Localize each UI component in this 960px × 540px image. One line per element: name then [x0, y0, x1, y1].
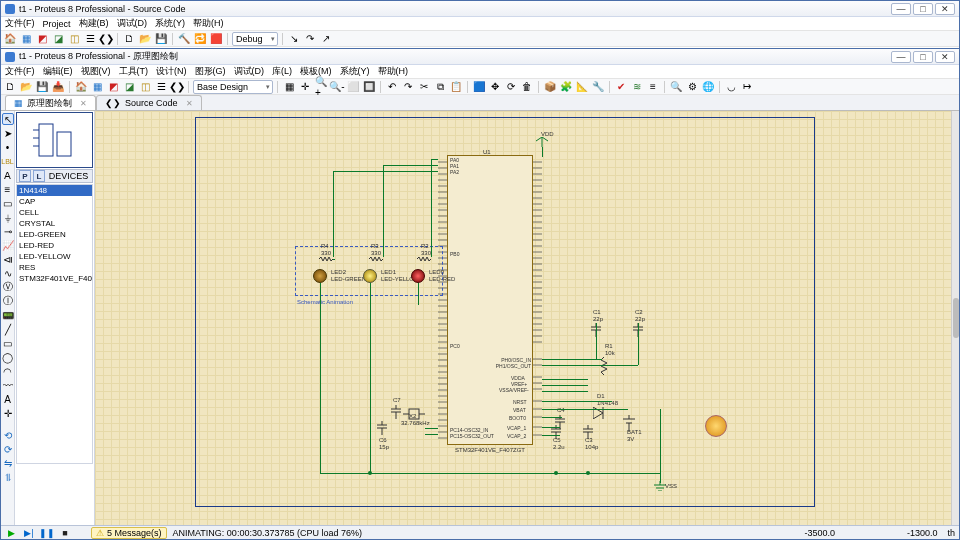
fg-tool-make-icon[interactable]: 🧩 [559, 80, 573, 94]
mode-graph-icon[interactable]: 📈 [2, 239, 14, 251]
mode-line-icon[interactable]: ╱ [2, 323, 14, 335]
fg-tool-source-icon[interactable]: ❮❯ [170, 80, 184, 94]
bg-tool-stopbuild-icon[interactable]: 🟥 [209, 32, 223, 46]
mode-instrument-icon[interactable]: 📟 [2, 309, 14, 321]
fg-menu-design[interactable]: 设计(N) [156, 65, 187, 78]
mirror-v-icon[interactable]: ⥮ [2, 471, 14, 483]
c6-cap[interactable] [377, 421, 387, 435]
fg-tool-paste-icon[interactable]: 📋 [449, 80, 463, 94]
device-item-0[interactable]: 1N4148 [17, 185, 92, 196]
mode-vprobe-icon[interactable]: Ⓥ [2, 281, 14, 293]
device-item-6[interactable]: LED-YELLOW [17, 251, 92, 262]
bg-tool-gerber-icon[interactable]: ◫ [67, 32, 81, 46]
bg-menu-project[interactable]: Project [43, 19, 71, 29]
fg-tool-cut-icon[interactable]: ✂ [417, 80, 431, 94]
fg-tool-search-icon[interactable]: 🔍 [669, 80, 683, 94]
bg-tool-schematic-icon[interactable]: ▦ [19, 32, 33, 46]
devices-list[interactable]: 1N4148 CAP CELL CRYSTAL LED-GREEN LED-RE… [16, 184, 93, 464]
devices-pick-button[interactable]: P [19, 170, 31, 182]
bg-menu-build[interactable]: 构建(B) [79, 17, 109, 30]
sim-step-button[interactable]: ▶| [23, 527, 35, 539]
mode-circle-icon[interactable]: ◯ [2, 351, 14, 363]
c3-cap[interactable] [583, 425, 593, 439]
sim-stop-button[interactable]: ■ [59, 527, 71, 539]
fg-tool-grid-icon[interactable]: ▦ [282, 80, 296, 94]
d2-indicator[interactable] [705, 415, 727, 437]
bg-menu-file[interactable]: 文件(F) [5, 17, 35, 30]
fg-tool-explorer-icon[interactable]: 🌐 [701, 80, 715, 94]
mode-rect-icon[interactable]: ▭ [2, 337, 14, 349]
rotate-ccw-icon[interactable]: ⟲ [2, 429, 14, 441]
r2-resistor[interactable] [417, 257, 431, 262]
bg-tool-new-icon[interactable]: 🗋 [122, 32, 136, 46]
mode-terminal-icon[interactable]: ⏚ [2, 211, 14, 223]
r3-resistor[interactable] [369, 257, 383, 262]
fg-tool-package-icon[interactable]: 📐 [575, 80, 589, 94]
fg-menu-debug[interactable]: 调试(D) [234, 65, 265, 78]
device-item-8[interactable]: STM32F401VE_F407ZGT [17, 273, 92, 284]
fg-tool-erc-icon[interactable]: ✔ [614, 80, 628, 94]
tab-sourcecode[interactable]: ❮❯ Source Code ✕ [96, 95, 202, 110]
fg-tool-save-icon[interactable]: 💾 [35, 80, 49, 94]
mode-subcircuit-icon[interactable]: ▭ [2, 197, 14, 209]
tab-schematic[interactable]: ▦ 原理图绘制 ✕ [5, 95, 96, 110]
fg-tool-zoom-in-icon[interactable]: 🔍+ [314, 80, 328, 94]
bg-tool-step-over-icon[interactable]: ↷ [303, 32, 317, 46]
fg-tool-block-rotate-icon[interactable]: ⟳ [504, 80, 518, 94]
fg-tool-block-move-icon[interactable]: ✥ [488, 80, 502, 94]
bg-tool-bom-icon[interactable]: ☰ [83, 32, 97, 46]
x2-crystal[interactable] [403, 407, 425, 421]
device-item-5[interactable]: LED-RED [17, 240, 92, 251]
bg-menu-system[interactable]: 系统(Y) [155, 17, 185, 30]
mode-text-icon[interactable]: 𝖠 [2, 169, 14, 181]
device-item-1[interactable]: CAP [17, 196, 92, 207]
mode-arc-icon[interactable]: ◠ [2, 365, 14, 377]
fg-tool-zoom-out-icon[interactable]: 🔍- [330, 80, 344, 94]
bg-tool-step-out-icon[interactable]: ↗ [319, 32, 333, 46]
fg-menu-view[interactable]: 视图(V) [81, 65, 111, 78]
fg-tool-import-icon[interactable]: 📥 [51, 80, 65, 94]
mode-junction-icon[interactable]: • [2, 141, 14, 153]
led2[interactable] [313, 269, 327, 283]
fg-tool-zoom-fit-icon[interactable]: ⬜ [346, 80, 360, 94]
mode-component-icon[interactable]: ➤ [2, 127, 14, 139]
bg-tool-3d-icon[interactable]: ◪ [51, 32, 65, 46]
bg-minimize-button[interactable]: — [891, 3, 911, 15]
fg-tool-3d-icon[interactable]: ◪ [122, 80, 136, 94]
fg-tool-home-icon[interactable]: 🏠 [74, 80, 88, 94]
rotate-cw-icon[interactable]: ⟳ [2, 443, 14, 455]
mode-label-icon[interactable]: LBL [2, 155, 14, 167]
fg-minimize-button[interactable]: — [891, 51, 911, 63]
fg-tool-bom2-icon[interactable]: ≡ [646, 80, 660, 94]
vscroll-thumb[interactable] [953, 298, 959, 338]
fg-tool-decompose-icon[interactable]: 🔧 [591, 80, 605, 94]
bat1-battery[interactable] [623, 415, 635, 431]
fg-tool-redo-icon[interactable]: ↷ [401, 80, 415, 94]
fg-tool-arc-icon[interactable]: ◡ [724, 80, 738, 94]
bg-tool-rebuild-icon[interactable]: 🔁 [193, 32, 207, 46]
device-item-7[interactable]: RES [17, 262, 92, 273]
device-item-3[interactable]: CRYSTAL [17, 218, 92, 229]
mode-path-icon[interactable]: 〰 [2, 379, 14, 391]
canvas-vscroll[interactable] [951, 111, 959, 525]
mode-generator-icon[interactable]: ∿ [2, 267, 14, 279]
fg-tool-copy-icon[interactable]: ⧉ [433, 80, 447, 94]
fg-tool-property-icon[interactable]: ⚙ [685, 80, 699, 94]
messages-badge[interactable]: ⚠ 5 Message(s) [91, 527, 167, 539]
r4-resistor[interactable] [319, 257, 333, 262]
c7-cap[interactable] [391, 405, 401, 419]
bg-tool-pcb-icon[interactable]: ◩ [35, 32, 49, 46]
fg-menu-tool[interactable]: 工具(T) [119, 65, 149, 78]
mode-select-icon[interactable]: ↖ [2, 113, 14, 125]
mode-pin-icon[interactable]: ⊸ [2, 225, 14, 237]
devices-lib-button[interactable]: L [33, 170, 45, 182]
bg-tool-build-icon[interactable]: 🔨 [177, 32, 191, 46]
bg-config-combo[interactable]: Debug [232, 32, 278, 46]
bg-tool-source-icon[interactable]: ❮❯ [99, 32, 113, 46]
bg-maximize-button[interactable]: □ [913, 3, 933, 15]
fg-menu-help[interactable]: 帮助(H) [378, 65, 409, 78]
fg-tool-new-icon[interactable]: 🗋 [3, 80, 17, 94]
bg-menu-debug[interactable]: 调试(D) [117, 17, 148, 30]
bg-menu-help[interactable]: 帮助(H) [193, 17, 224, 30]
fg-tool-block-copy-icon[interactable]: 🟦 [472, 80, 486, 94]
